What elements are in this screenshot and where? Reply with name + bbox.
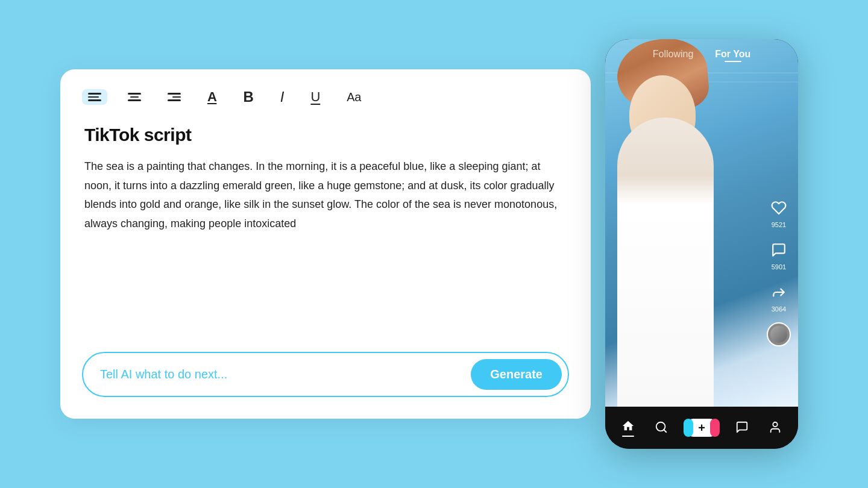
- toolbar: A B I U Aa: [82, 86, 569, 108]
- person-body: [617, 117, 714, 407]
- search-icon: [655, 421, 668, 436]
- tab-for-you[interactable]: For You: [715, 49, 750, 60]
- prompt-bar: Generate: [82, 352, 569, 397]
- align-center-button[interactable]: [122, 89, 147, 105]
- nav-home[interactable]: [621, 419, 635, 437]
- align-center-icon: [128, 93, 141, 101]
- font-a-button[interactable]: A: [201, 87, 222, 107]
- nav-inbox[interactable]: [735, 421, 749, 436]
- tiktok-bottom-nav: +: [605, 407, 798, 449]
- align-right-icon: [168, 93, 181, 101]
- generate-button[interactable]: Generate: [471, 359, 562, 390]
- tab-following[interactable]: Following: [653, 49, 694, 60]
- bold-button[interactable]: B: [237, 86, 259, 108]
- profile-icon: [769, 421, 782, 436]
- inbox-icon: [735, 421, 749, 436]
- font-size-label: Aa: [347, 91, 360, 103]
- nav-search[interactable]: [655, 421, 668, 436]
- share-icon: [767, 280, 791, 304]
- bold-label: B: [243, 90, 253, 104]
- like-count: 9521: [772, 221, 786, 228]
- avatar: [767, 322, 791, 346]
- nav-add[interactable]: +: [688, 419, 715, 437]
- editor-body: The sea is a painting that changes. In t…: [84, 157, 567, 233]
- main-container: A B I U Aa TikTok script The sea is a pa…: [60, 39, 808, 449]
- share-count: 3064: [772, 305, 786, 313]
- prompt-input[interactable]: [100, 368, 464, 381]
- underline-label: U: [310, 90, 320, 104]
- share-action[interactable]: 3064: [767, 280, 791, 313]
- like-action[interactable]: 9521: [767, 196, 791, 228]
- align-right-button[interactable]: [162, 89, 187, 105]
- underline-button[interactable]: U: [304, 87, 326, 107]
- avatar-action[interactable]: [767, 322, 791, 346]
- comment-count: 5901: [772, 263, 786, 271]
- font-size-button[interactable]: Aa: [341, 87, 366, 107]
- italic-label: I: [280, 90, 285, 104]
- phone-mockup: Following For You 9521: [605, 39, 798, 449]
- avatar-image: [770, 326, 787, 343]
- svg-line-1: [664, 430, 667, 432]
- font-a-label: A: [207, 90, 216, 104]
- tiktok-top-bar: Following For You: [605, 39, 798, 64]
- comment-action[interactable]: 5901: [767, 238, 791, 271]
- comment-icon: [767, 238, 791, 262]
- editor-content: TikTok script The sea is a painting that…: [82, 125, 569, 333]
- editor-title: TikTok script: [84, 125, 567, 145]
- editor-card: A B I U Aa TikTok script The sea is a pa…: [60, 69, 591, 419]
- align-left-button[interactable]: [82, 89, 107, 105]
- tiktok-actions: 9521 5901: [767, 196, 791, 346]
- home-icon: [621, 419, 635, 434]
- italic-button[interactable]: I: [274, 86, 291, 108]
- tiktok-video-area: Following For You 9521: [605, 39, 798, 407]
- heart-icon: [767, 196, 791, 220]
- phone-screen: Following For You 9521: [605, 39, 798, 449]
- add-icon: +: [688, 419, 715, 437]
- home-nav-indicator: [622, 436, 634, 437]
- svg-point-2: [773, 422, 778, 426]
- nav-profile[interactable]: [769, 421, 782, 436]
- align-left-icon: [88, 93, 101, 101]
